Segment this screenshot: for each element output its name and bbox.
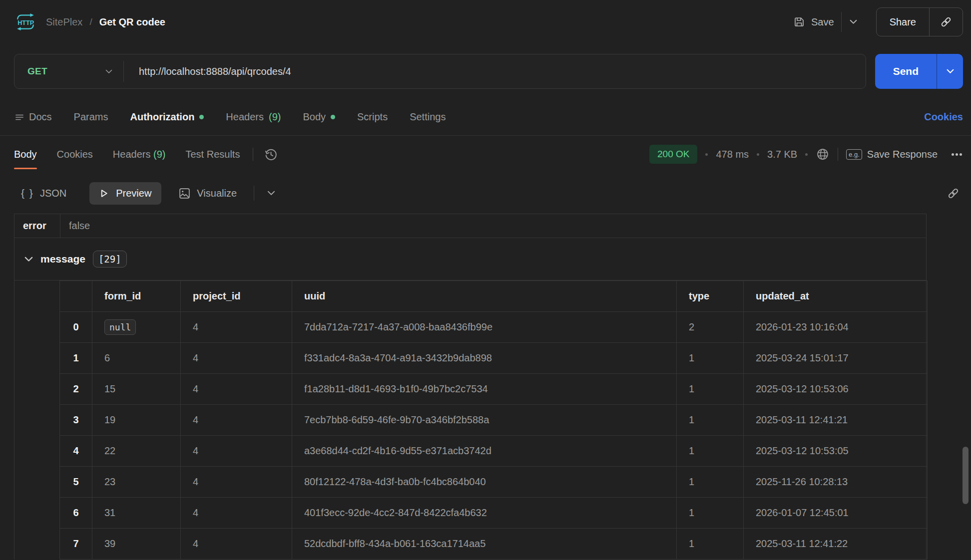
- image-icon: [178, 187, 191, 200]
- error-value: false: [60, 214, 90, 238]
- cell-uuid: 52dcdbdf-bff8-434a-b061-163ca1714aa5: [292, 529, 677, 560]
- null-badge: null: [104, 319, 136, 335]
- cookies-link[interactable]: Cookies: [924, 111, 963, 123]
- breadcrumb-collection[interactable]: SitePlex: [46, 16, 82, 28]
- tab-body[interactable]: Body: [303, 111, 335, 123]
- cell-form-id: 15: [92, 374, 181, 405]
- tab-authorization[interactable]: Authorization: [130, 111, 204, 123]
- message-row[interactable]: message [29]: [14, 238, 926, 280]
- view-toolbar-divider: [254, 186, 254, 201]
- column-type: type: [677, 281, 744, 312]
- response-tab-cookies[interactable]: Cookies: [57, 138, 93, 171]
- separator-dot: [805, 153, 808, 156]
- cell-form-id: 6: [92, 343, 181, 374]
- table-row: 1 6 4 f331adc4-8a3a-4704-a91a-3432b9dab8…: [60, 343, 928, 374]
- cell-form-id: 19: [92, 405, 181, 436]
- tab-settings[interactable]: Settings: [410, 111, 446, 123]
- cell-type: 1: [677, 467, 744, 498]
- share-button-group: Share: [876, 7, 963, 36]
- save-icon: [793, 16, 805, 28]
- cell-uuid: 401f3ecc-92de-4cc2-847d-8422cfa4b632: [292, 498, 677, 529]
- example-icon: e.g.: [846, 149, 862, 160]
- response-tab-body[interactable]: Body: [14, 138, 37, 171]
- share-button[interactable]: Share: [877, 16, 929, 28]
- cell-project-id: 4: [181, 436, 292, 467]
- tab-settings-label: Settings: [410, 111, 446, 123]
- tab-body-label: Body: [303, 111, 326, 123]
- tab-scripts-label: Scripts: [357, 111, 388, 123]
- table-row: 6 31 4 401f3ecc-92de-4cc2-847d-8422cfa4b…: [60, 498, 928, 529]
- send-button-group: Send: [875, 54, 963, 89]
- breadcrumb-request-name[interactable]: Get QR codee: [99, 16, 165, 28]
- more-options-icon[interactable]: [951, 150, 963, 159]
- tab-params-label: Params: [74, 111, 108, 123]
- tab-scripts[interactable]: Scripts: [357, 111, 388, 123]
- method-selector[interactable]: GET: [14, 66, 123, 77]
- cell-updated-at: 2025-03-11 12:41:21: [744, 405, 928, 436]
- app-header: HTTP SitePlex / Get QR codee Save: [0, 0, 971, 44]
- collapse-chevron-icon[interactable]: [24, 257, 33, 262]
- send-button[interactable]: Send: [875, 65, 937, 77]
- response-toolbar: Body Cookies Headers (9) Test Results 20…: [0, 136, 971, 173]
- tab-params[interactable]: Params: [74, 111, 108, 123]
- visualize-view-button[interactable]: Visualize: [178, 187, 237, 200]
- url-bar: GET http://localhost:8888/api/qrcodes/4: [14, 54, 866, 89]
- view-options-dropdown[interactable]: [267, 191, 275, 196]
- row-index: 2: [60, 374, 92, 405]
- tab-headers[interactable]: Headers (9): [226, 111, 281, 123]
- cell-uuid: f1a28b11-d8d1-4693-b1f0-49b7bc2c7534: [292, 374, 677, 405]
- breadcrumb-separator: /: [89, 16, 92, 27]
- cell-updated-at: 2025-03-11 12:41:22: [744, 529, 928, 560]
- cell-type: 1: [677, 436, 744, 467]
- column-project-id: project_id: [181, 281, 292, 312]
- tab-headers-count: (9): [269, 111, 281, 123]
- column-form-id: form_id: [92, 281, 181, 312]
- play-icon: [99, 189, 109, 198]
- response-tab-headers[interactable]: Headers (9): [113, 138, 166, 171]
- cell-project-id: 4: [181, 405, 292, 436]
- cell-form-id: null: [92, 312, 181, 343]
- preview-view-button[interactable]: Preview: [89, 182, 161, 205]
- table-row: 7 39 4 52dcdbdf-bff8-434a-b061-163ca1714…: [60, 529, 928, 560]
- response-size: 3.7 KB: [767, 149, 797, 160]
- cell-type: 2: [677, 312, 744, 343]
- message-count-badge: [29]: [93, 251, 127, 268]
- response-meta-divider: [838, 148, 838, 161]
- tab-authorization-label: Authorization: [130, 111, 194, 123]
- cell-project-id: 4: [181, 374, 292, 405]
- row-index: 3: [60, 405, 92, 436]
- json-view-button[interactable]: { } JSON: [21, 187, 66, 199]
- table-row: 3 19 4 7ecb7bb8-6d59-46fe-9b70-a346bf2b5…: [60, 405, 928, 436]
- save-response-button[interactable]: e.g. Save Response: [846, 149, 938, 160]
- chevron-down-icon: [105, 69, 112, 74]
- status-dot-icon: [331, 115, 335, 119]
- response-tab-test-results[interactable]: Test Results: [185, 138, 240, 171]
- response-view-toolbar: { } JSON Preview Visualize: [0, 173, 971, 214]
- send-dropdown-button[interactable]: [937, 69, 963, 74]
- cell-type: 1: [677, 343, 744, 374]
- status-badge[interactable]: 200 OK: [649, 145, 697, 164]
- cell-project-id: 4: [181, 529, 292, 560]
- save-dropdown-button[interactable]: [842, 15, 865, 28]
- history-icon[interactable]: [264, 148, 278, 161]
- separator-dot: [757, 153, 759, 156]
- url-input[interactable]: http://localhost:8888/api/qrcodes/4: [124, 66, 291, 77]
- tab-docs[interactable]: Docs: [15, 111, 52, 123]
- breadcrumb: HTTP SitePlex / Get QR codee: [15, 13, 165, 31]
- cell-form-id: 22: [92, 436, 181, 467]
- column-uuid: uuid: [292, 281, 677, 312]
- save-button[interactable]: Save: [786, 12, 841, 32]
- save-response-label: Save Response: [867, 149, 938, 160]
- globe-icon[interactable]: [816, 147, 830, 161]
- vertical-scrollbar[interactable]: [963, 447, 969, 504]
- tab-headers-label: Headers: [226, 111, 264, 123]
- cell-type: 1: [677, 529, 744, 560]
- cell-form-id: 31: [92, 498, 181, 529]
- table-header-row: form_id project_id uuid type updated_at: [60, 281, 928, 312]
- link-icon[interactable]: [947, 187, 960, 200]
- response-preview-table: error false message [29] form_id project…: [14, 214, 927, 560]
- docs-icon: [15, 113, 24, 122]
- copy-link-button[interactable]: [930, 15, 963, 28]
- cell-updated-at: 2026-01-23 10:16:04: [744, 312, 928, 343]
- cell-uuid: a3e68d44-cd2f-4b16-9d55-e371acb3742d: [292, 436, 677, 467]
